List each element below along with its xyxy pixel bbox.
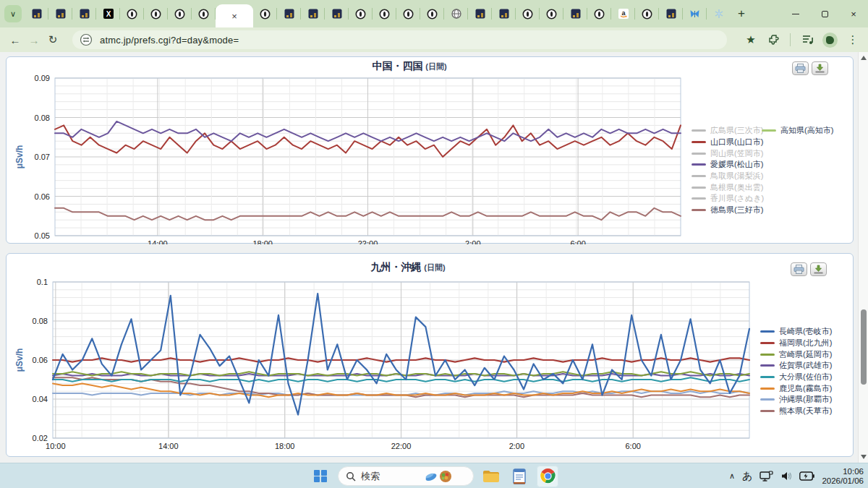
tray-chevron-icon[interactable]: ∧: [729, 471, 735, 481]
tab-close-icon[interactable]: ×: [231, 12, 237, 21]
reading-list-icon[interactable]: [799, 30, 817, 49]
tab-gauge-23[interactable]: [587, 1, 611, 26]
tab-navy-18[interactable]: [468, 1, 492, 26]
legend-item[interactable]: 徳島県(三好市): [692, 205, 764, 216]
tab-gauge-6[interactable]: [168, 1, 192, 26]
gauge-favicon-icon: [403, 9, 414, 20]
tab-search-button[interactable]: ∨: [4, 5, 22, 22]
navy-favicon-icon: [666, 9, 676, 19]
chrome-button[interactable]: [537, 466, 558, 487]
gauge-favicon-icon: [642, 9, 652, 20]
snowflake-favicon-icon: [714, 9, 724, 19]
tab-gauge-5[interactable]: [144, 1, 168, 26]
address-bar[interactable]: atmc.jp/prefs.cgi?d=day&mode=: [72, 30, 727, 49]
legend-swatch-icon: [760, 388, 775, 390]
tab-active[interactable]: ×: [216, 4, 253, 27]
gauge-favicon-icon: [127, 9, 137, 20]
tab-navy-10[interactable]: [277, 1, 301, 26]
new-tab-button[interactable]: +: [732, 4, 751, 23]
tab-butterfly-27[interactable]: [683, 1, 707, 26]
legend-item[interactable]: 広島県(三次市): [692, 125, 764, 137]
minimize-icon: [792, 14, 799, 14]
forward-button[interactable]: →: [25, 34, 43, 46]
tab-navy-2[interactable]: [72, 1, 96, 26]
folder-icon: [482, 469, 500, 484]
legend-item[interactable]: 佐賀県(武雄市): [760, 360, 832, 372]
gauge-favicon-icon: [174, 9, 185, 20]
svg-text:22:00: 22:00: [358, 239, 378, 244]
close-button[interactable]: ×: [839, 0, 868, 27]
avatar: [822, 33, 838, 48]
tab-gauge-21[interactable]: [540, 1, 563, 26]
search-highlight-icon: [425, 469, 454, 484]
notepad-button[interactable]: [509, 466, 530, 487]
maximize-button[interactable]: [810, 0, 839, 27]
scrollbar-up-arrow[interactable]: [861, 56, 867, 60]
tab-navy-19[interactable]: [492, 1, 516, 26]
tab-gauge-14[interactable]: [373, 1, 396, 26]
tab-gauge-13[interactable]: [349, 1, 373, 26]
globe-favicon-icon: [451, 9, 461, 19]
tab-navy-12[interactable]: [325, 1, 349, 26]
tab-globe-17[interactable]: [444, 1, 468, 26]
svg-text:0.05: 0.05: [35, 231, 50, 240]
legend-item[interactable]: 高知県(高知市): [762, 125, 833, 137]
taskbar: 検索: [0, 463, 868, 488]
extensions-icon[interactable]: [765, 30, 783, 49]
page-scrollbar[interactable]: [858, 52, 868, 463]
legend-label: 高知県(高知市): [780, 125, 833, 136]
taskbar-search-box[interactable]: 検索: [338, 466, 474, 486]
taskbar-clock[interactable]: 10:06 2026/01/06: [822, 467, 864, 486]
tab-gauge-25[interactable]: [635, 1, 659, 26]
ime-indicator[interactable]: あ: [742, 470, 752, 483]
legend-label: 岡山県(笠岡市): [710, 148, 763, 159]
tab-gauge-4[interactable]: [120, 1, 144, 26]
tab-gauge-7[interactable]: [192, 1, 216, 26]
legend-item[interactable]: 長崎県(壱岐市): [760, 326, 832, 338]
legend-item[interactable]: 大分県(佐伯市): [760, 372, 832, 383]
legend-item[interactable]: 香川県(さぬき): [692, 193, 764, 205]
tab-amazon-24[interactable]: a: [611, 1, 635, 26]
legend-item[interactable]: 沖縄県(那覇市): [760, 394, 832, 406]
legend-item[interactable]: 山口県(山口市): [692, 137, 764, 148]
legend-item[interactable]: 愛媛県(松山市): [692, 159, 764, 171]
legend-item[interactable]: 鹿児島(霧島市): [760, 382, 832, 394]
legend-item[interactable]: 熊本県(天草市): [760, 406, 832, 417]
scrollbar-down-arrow[interactable]: [861, 455, 867, 459]
back-button[interactable]: ←: [6, 34, 25, 46]
profile-avatar[interactable]: [820, 30, 839, 49]
tab-gauge-15[interactable]: [396, 1, 420, 26]
tab-navy-0[interactable]: [25, 1, 48, 26]
battery-icon[interactable]: [799, 471, 814, 481]
start-button[interactable]: [310, 466, 331, 487]
legend-item[interactable]: 鳥取県(湯梨浜): [692, 171, 764, 182]
browser-menu-icon[interactable]: ⋮: [845, 30, 861, 49]
tab-snowflake-28[interactable]: [707, 1, 731, 26]
window-controls: ×: [781, 0, 868, 27]
network-display-icon[interactable]: [760, 471, 773, 482]
legend-item[interactable]: 島根県(奥出雲): [692, 181, 764, 193]
file-explorer-button[interactable]: [480, 466, 502, 487]
tab-x-3[interactable]: X: [96, 1, 120, 26]
legend-item[interactable]: 宮崎県(延岡市): [760, 348, 832, 360]
legend-item[interactable]: 福岡県(北九州): [760, 338, 832, 349]
tab-navy-1[interactable]: [48, 1, 72, 26]
legend-label: 徳島県(三好市): [710, 205, 763, 215]
minimize-button[interactable]: [781, 0, 810, 27]
speaker-icon[interactable]: [780, 471, 792, 481]
bookmark-star-icon[interactable]: ★: [742, 30, 760, 49]
tab-navy-11[interactable]: [301, 1, 325, 26]
tab-gauge-20[interactable]: [516, 1, 540, 26]
site-info-icon[interactable]: [80, 33, 93, 46]
svg-text:μSv/h: μSv/h: [14, 348, 25, 372]
reload-button[interactable]: ↻: [43, 33, 62, 46]
tab-gauge-9[interactable]: [253, 1, 277, 26]
svg-text:6:00: 6:00: [625, 442, 640, 450]
legend-swatch-icon: [762, 129, 776, 132]
tab-navy-22[interactable]: [563, 1, 587, 26]
tab-gauge-16[interactable]: [420, 1, 444, 26]
gauge-favicon-icon: [198, 9, 209, 20]
scrollbar-thumb[interactable]: [861, 309, 867, 385]
tab-navy-26[interactable]: [659, 1, 683, 26]
legend-item[interactable]: 岡山県(笠岡市): [692, 147, 764, 159]
